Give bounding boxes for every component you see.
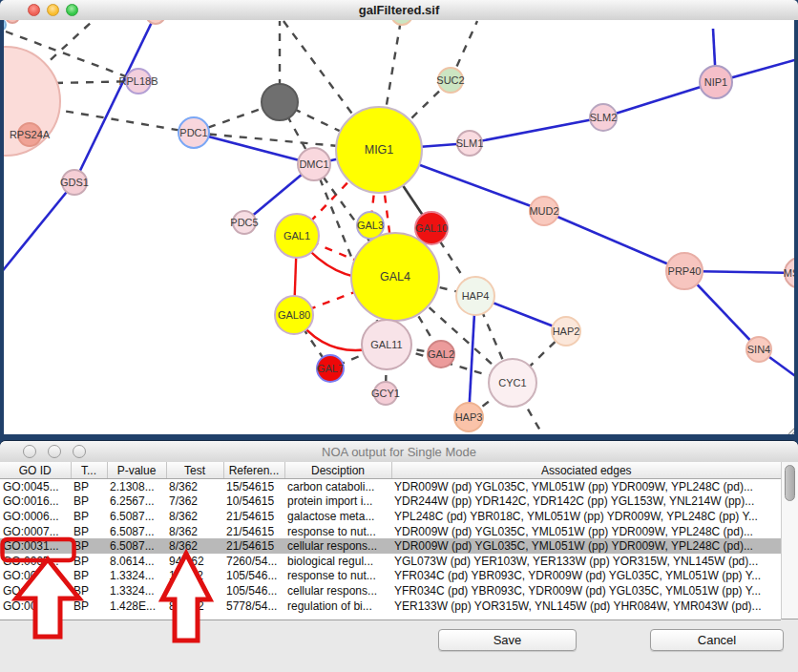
node-label: GAL80 [278, 309, 310, 321]
node-SUC2[interactable]: SUC2 [436, 68, 464, 93]
node-label: SLM2 [590, 112, 618, 123]
table-row[interactable]: GO:0045...BP2.1308...8/36215/54615carbon… [0, 479, 781, 494]
column-header-test[interactable]: Test [166, 462, 223, 479]
table-row[interactable]: GO:0016...BP6.2567...7/36210/54615protei… [0, 494, 781, 510]
cell-type: BP [71, 554, 107, 569]
column-header-type[interactable]: T... [71, 462, 107, 479]
node-MUD2[interactable]: MUD2 [529, 197, 558, 225]
node-NIP1[interactable]: NIP1 [700, 66, 732, 98]
node-SLM1[interactable]: SLM1 [456, 131, 484, 156]
node-HAP4[interactable]: HAP4 [456, 277, 494, 315]
node-label: HAP4 [462, 290, 490, 302]
cell-description: cellular respons... [284, 538, 391, 554]
column-header-p-value[interactable]: P-value [107, 462, 166, 479]
scrollbar-thumb[interactable] [785, 465, 795, 501]
cancel-button[interactable]: Cancel [650, 629, 784, 651]
node-MIG1[interactable]: MIG1 [336, 107, 422, 193]
node-label: DMC1 [299, 158, 328, 170]
node-gray[interactable] [262, 84, 298, 120]
node-label: NIP1 [704, 76, 727, 88]
node-label: RPS24A [10, 129, 51, 140]
cell-associated-edges: YFR034C (pd) YBR093C, YDR009W (pd) YGL03… [391, 583, 781, 598]
table-scrollbar[interactable] [781, 462, 798, 620]
cell-reference: 7260/54... [223, 554, 284, 569]
node-label: SLM1 [456, 137, 484, 149]
table-row[interactable]: GO:0065...BP8.0614...94/3627260/54...bio… [0, 554, 781, 569]
cell-description: cellular respons... [284, 583, 391, 598]
node-label: GCY1 [371, 388, 400, 399]
cell-description: regulation of bi... [284, 598, 391, 614]
cell-description: protein import i... [284, 494, 391, 510]
node-GCY1[interactable]: GCY1 [371, 382, 400, 405]
node-GAL11[interactable]: GAL11 [362, 320, 411, 369]
node-tinypink[interactable] [6, 20, 19, 23]
table-row[interactable]: GO:0050...BP1.428E...80/3625778/54...reg… [0, 598, 781, 614]
column-header-go-id[interactable]: GO ID [0, 462, 71, 479]
cell-description: response to nut... [284, 524, 391, 539]
cell-type: BP [71, 583, 107, 598]
cell-type: BP [71, 598, 107, 614]
node-RPL18B[interactable]: RPL18B [119, 69, 158, 94]
graph-edge-blue [603, 82, 716, 117]
table-row[interactable]: GO:0031...BP6.5087...8/36221/54615cellul… [0, 538, 781, 554]
cell-type: BP [71, 524, 107, 539]
dialog-title: NOA output for Single Mode [0, 445, 798, 459]
node-topgreen[interactable] [391, 20, 412, 25]
node-label: GAL3 [357, 220, 384, 231]
node-PRP40[interactable]: PRP40 [666, 253, 703, 289]
column-header-description[interactable]: Desciption [284, 462, 391, 479]
column-header-associated-edges[interactable]: Associated edges [391, 462, 781, 479]
table-row[interactable]: GO:0007...BP6.5087...8/36221/54615respon… [0, 524, 781, 539]
table-row[interactable]: GO:0031...BP1.3324...11/362105/546...res… [0, 569, 781, 584]
node-label: GAL10 [415, 222, 448, 234]
cell-type: BP [71, 494, 107, 510]
cell-reference: 105/546... [223, 583, 284, 598]
node-GAL1[interactable]: GAL1 [275, 214, 319, 258]
network-graph[interactable]: RPL18BRPS24AGDS1PDC1DMC1PDC5SUC2SLM1SLM2… [0, 20, 798, 434]
cell-test: 7/362 [166, 494, 223, 510]
cell-test: 94/362 [166, 554, 223, 569]
table-row[interactable]: GO:0031...BP1.3324...11/362105/546...cel… [0, 583, 781, 598]
network-window-title: galFiltered.sif [0, 3, 798, 17]
cell-associated-edges: YGL073W (pd) YER103W, YER133W (pp) YOR31… [391, 554, 781, 569]
cell-reference: 10/54615 [223, 494, 284, 510]
node-CYC1[interactable]: CYC1 [489, 359, 536, 407]
node-label: HAP2 [553, 326, 580, 337]
node-GAL7[interactable]: GAL7 [317, 355, 344, 382]
column-header-reference[interactable]: Referen... [223, 462, 284, 479]
node-HAP3[interactable]: HAP3 [454, 403, 483, 431]
table-row[interactable]: GO:0006...BP6.5087...8/36221/54615galact… [0, 509, 781, 524]
node-GAL2[interactable]: GAL2 [428, 341, 454, 368]
node-toppink[interactable] [146, 20, 165, 24]
node-GAL80[interactable]: GAL80 [275, 296, 313, 334]
node-PDC1[interactable]: PDC1 [178, 117, 209, 148]
cell-go-id: GO:0031... [0, 538, 71, 554]
cell-reference: 21/54615 [223, 524, 284, 539]
cell-test: 80/362 [166, 598, 223, 614]
cell-go-id: GO:0031... [0, 569, 71, 584]
graph-edge-blue [194, 133, 314, 164]
graph-edge-blue [0, 182, 74, 274]
cell-test: 11/362 [166, 569, 223, 584]
node-GAL3[interactable]: GAL3 [357, 212, 384, 239]
node-GDS1[interactable]: GDS1 [60, 170, 89, 195]
cell-associated-edges: YDR244W (pp) YDR142C, YDR142C (pp) YGL15… [391, 494, 781, 510]
cell-p-value: 1.428E... [107, 598, 166, 614]
cell-associated-edges: YDR009W (pd) YGL035C, YML051W (pp) YDR00… [391, 524, 781, 539]
node-SLM2[interactable]: SLM2 [590, 104, 618, 131]
cell-test: 11/362 [166, 583, 223, 598]
cell-type: BP [71, 569, 107, 584]
node-label: RPL18B [119, 75, 158, 87]
node-SIN4[interactable]: SIN4 [746, 337, 771, 362]
cell-p-value: 2.1308... [107, 479, 166, 494]
cell-test: 8/362 [166, 538, 223, 554]
save-button[interactable]: Save [438, 629, 577, 651]
cell-reference: 15/54615 [223, 479, 284, 494]
node-HAP2[interactable]: HAP2 [552, 317, 580, 346]
node-DMC1[interactable]: DMC1 [298, 148, 330, 180]
cell-description: biological regul... [284, 554, 391, 569]
node-GAL4[interactable]: GAL4 [351, 233, 439, 321]
cell-p-value: 1.3324... [107, 583, 166, 598]
cell-go-id: GO:0065... [0, 554, 71, 569]
cell-description: carbon cataboli... [284, 479, 391, 494]
